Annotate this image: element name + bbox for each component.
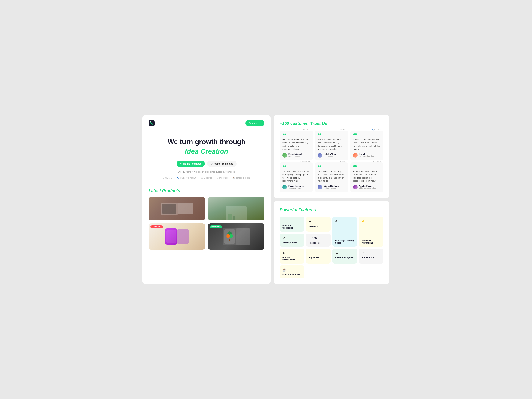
brand-logo-music: MUSIC ♪	[303, 129, 310, 131]
author-role-4: Creative Director	[288, 187, 304, 189]
testimonial-author-6: Nandor Rakosi Chief Executive Officer	[353, 185, 381, 190]
author-avatar-5	[318, 185, 322, 190]
feature-premium-webdesign: 🖥 Premium Webdesign	[280, 217, 304, 232]
feature-responsive: 100% Responsive	[306, 234, 331, 247]
svg-point-1	[150, 121, 151, 122]
product-card-ustore[interactable]: Discount ●	[208, 223, 265, 250]
feature-icon-webdesign: 🖥	[282, 219, 302, 223]
brand-mockup2: ⬡ Mockup	[217, 177, 228, 179]
hero-title-line1: We turn growth through	[149, 138, 265, 146]
hero-tagline: Over 10 years of web design experience t…	[149, 171, 265, 173]
left-panel: Contact → We turn growth through Idea Cr…	[142, 115, 271, 284]
feature-label-percent: 100%	[309, 236, 328, 240]
feature-label: Fast Page Loading Speed	[335, 239, 354, 244]
feature-label: Premium Support	[282, 273, 302, 276]
hot-sale-badge: Hot Sale	[151, 225, 163, 228]
product-image-chatting-cat	[149, 197, 205, 220]
testimonials-title-italic: Trust Us	[310, 121, 327, 126]
testimonial-card-4: ❝❝ Ecoberry Son was very skilled and fas…	[280, 162, 313, 192]
author-avatar-1	[282, 153, 287, 158]
author-name-5: Michael Fishpool	[324, 185, 339, 187]
feature-label: UI Kit & Components	[282, 256, 302, 261]
brand-music: ♪ MUSIC	[163, 177, 172, 179]
right-panel: +150 customer Trust Us ❝❝ MUSIC ♪ His co…	[274, 115, 390, 284]
feature-icon-seo: ⚙	[282, 236, 302, 240]
feature-icon-framer: ⬡	[361, 251, 381, 255]
svg-rect-2	[229, 239, 230, 241]
products-section-title: Latest Products	[149, 188, 265, 193]
outer-container: Contact → We turn growth through Idea Cr…	[142, 115, 390, 284]
brand-logos: ♪ MUSIC 🐾 FURRY FAMILY ⬡ Mockup ⬡ Mockup…	[149, 177, 265, 179]
product-card-chatting-cat[interactable]: Chatting Cat Design agency template $109…	[149, 197, 205, 220]
feature-label: SEO Optimized	[282, 241, 302, 244]
framer-button-label: Framer Templates	[214, 162, 233, 165]
brand-logo-fauna: 🐾 FAUNA	[372, 129, 381, 131]
feature-label: Advanced Animations	[361, 239, 381, 244]
author-name-1: Marquis Carroll	[288, 153, 302, 155]
logo	[149, 120, 155, 126]
testimonial-author-4: Fabian Kaempfer Creative Director	[282, 185, 310, 190]
testimonial-card-1: ❝❝ MUSIC ♪ His communication was top-not…	[280, 131, 313, 160]
author-name-2: Halfdan Timm	[324, 153, 336, 155]
figma-templates-button[interactable]: ✦ Figma Templates	[177, 161, 205, 167]
testimonial-author-2: Halfdan Timm Co-Founder	[318, 153, 345, 158]
testimonial-card-3: ❝❝ 🐾 FAUNA It was a pleasant experience …	[350, 131, 383, 160]
feature-icon-brand: +	[309, 219, 328, 224]
discount-badge: Discount ●	[210, 225, 222, 228]
products-grid: Chatting Cat Design agency template $109…	[149, 197, 265, 250]
testimonial-card-2: ❝❝ NORM Son is a pleasure to work with. …	[315, 131, 348, 160]
brand-coffee: ☕ coffee bloom	[232, 177, 250, 179]
feature-label: Premium Webdesign	[282, 224, 302, 229]
feature-icon-fast: ⊙	[335, 219, 354, 223]
contact-button[interactable]: Contact →	[246, 120, 265, 126]
products-title-plain: Latest	[149, 188, 161, 193]
header-right: Contact →	[239, 120, 265, 126]
author-role-5: Project Manager	[324, 187, 339, 189]
svg-point-5	[229, 234, 233, 238]
quote-icon: ❝❝	[282, 165, 286, 169]
feature-icon-client: ☁	[335, 251, 354, 255]
features-title-plain: Features	[298, 207, 316, 212]
author-avatar-3	[353, 153, 358, 158]
brand-logo-mockup: Mockup	[373, 161, 381, 162]
feature-premium-support: ☕ Premium Support	[280, 266, 304, 278]
testimonial-text-2: Son is a pleasure to work with. Hones de…	[318, 138, 345, 151]
testimonial-text-3: It was a pleasant experience working wit…	[353, 138, 381, 151]
feature-brand-kit: + Brand kit	[306, 217, 331, 232]
figma-icon: ✦	[180, 162, 182, 165]
product-card-halo-sunday[interactable]: Hot Sale Halo Sunday Hotel design templa…	[149, 223, 205, 250]
contact-label: Contact	[249, 122, 257, 125]
feature-framer-cms: ⬡ Framer CMS	[359, 248, 383, 264]
author-avatar-6	[353, 185, 358, 190]
testimonial-card-5: ❝❝ POSE He specialise in branding, have …	[315, 162, 348, 192]
products-title-italic: Products	[162, 188, 180, 193]
testimonials-header: +150 customer Trust Us	[280, 121, 383, 126]
author-name-3: Hui Min	[359, 153, 376, 155]
features-panel: Powerful Features 🖥 Premium Webdesign + …	[274, 201, 390, 284]
product-card-star-light[interactable]: Star Light Saas design template $49.99	[208, 197, 265, 220]
feature-label: Responsive	[309, 242, 328, 244]
testimonials-count: +150 customer	[280, 121, 309, 126]
feature-figma-file: ✦ Figma File	[306, 248, 331, 264]
quote-icon: ❝❝	[282, 133, 286, 137]
brand-logo-ecoberry: Ecoberry	[300, 161, 310, 162]
svg-rect-0	[149, 120, 155, 126]
menu-icon[interactable]	[239, 123, 243, 124]
testimonial-text-1: His communication was top-notch, he met …	[282, 138, 310, 151]
framer-templates-button[interactable]: ⬡ Framer Templates	[207, 161, 237, 167]
product-image-halo-sunday: Hot Sale	[149, 223, 205, 250]
author-role-1: Head of product	[288, 155, 302, 157]
testimonial-author-1: Marquis Carroll Head of product	[282, 153, 310, 158]
quote-icon: ❝❝	[318, 133, 322, 137]
hero-buttons: ✦ Figma Templates ⬡ Framer Templates	[149, 161, 265, 167]
features-header: Powerful Features	[280, 207, 383, 212]
testimonial-text-5: He specialise in branding, have most com…	[318, 170, 345, 183]
feature-label: Brand kit	[309, 225, 328, 228]
product-image-ustore: Discount ●	[208, 223, 265, 250]
testimonial-card-6: ❝❝ Mockup Son is an excellent worker wit…	[350, 162, 383, 192]
quote-icon: ❝❝	[353, 133, 357, 137]
brand-logo-pose: POSE	[340, 161, 345, 162]
feature-label: Framer CMS	[361, 256, 381, 259]
feature-icon-figma: ✦	[309, 251, 328, 255]
author-role-2: Co-Founder	[324, 155, 336, 157]
